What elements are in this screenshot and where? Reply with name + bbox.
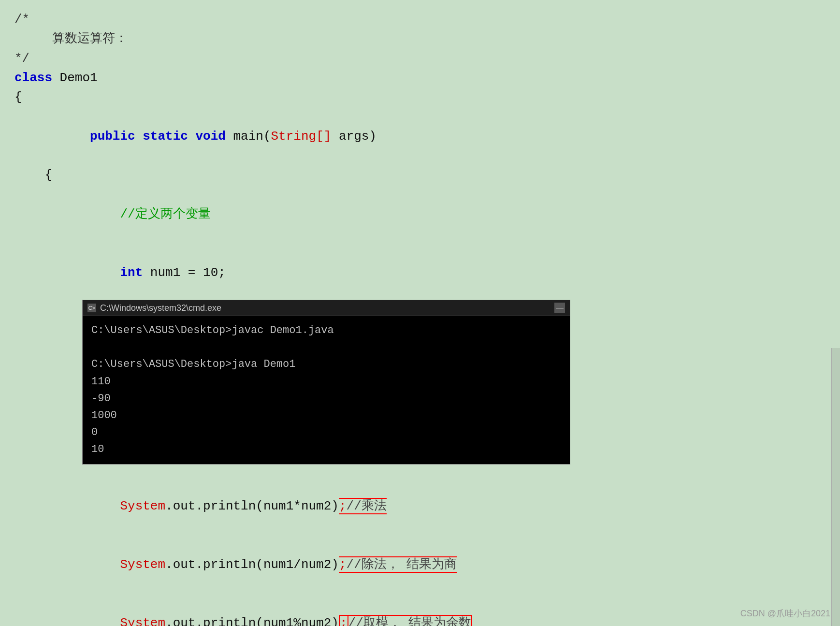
code-line-7: { bbox=[14, 165, 826, 185]
cmd-titlebar: C> C:\Windows\system32\cmd.exe — bbox=[83, 300, 570, 316]
watermark: CSDN @爪哇小白2021 bbox=[740, 608, 830, 619]
cmd-output-line-7: 0 bbox=[91, 424, 561, 441]
cmd-output-line-1: C:\Users\ASUS\Desktop>javac Demo1.java bbox=[91, 322, 561, 339]
code-line-1: /* bbox=[14, 10, 826, 29]
cmd-output-line-2 bbox=[91, 339, 561, 356]
cmd-minimize-button[interactable]: — bbox=[554, 303, 565, 313]
code-line-9: int num1 = 10; bbox=[14, 244, 826, 302]
cmd-window: C> C:\Windows\system32\cmd.exe — C:\User… bbox=[82, 300, 570, 465]
cmd-output-line-6: 1000 bbox=[91, 407, 561, 424]
cmd-title-text: C:\Windows\system32\cmd.exe bbox=[100, 303, 221, 313]
cmd-output-line-3: C:\Users\ASUS\Desktop>java Demo1 bbox=[91, 356, 561, 373]
code-line-2: 算数运算符： bbox=[14, 29, 826, 48]
code-area: /* 算数运算符： */ class Demo1 { public static… bbox=[0, 0, 840, 348]
cmd-body: C:\Users\ASUS\Desktop>javac Demo1.java C… bbox=[83, 316, 570, 464]
cmd-output-line-4: 110 bbox=[91, 373, 561, 390]
code-line-6: public static void main(String[] args) bbox=[14, 107, 826, 165]
code-line-3: */ bbox=[14, 49, 826, 68]
code-line-5: { bbox=[14, 87, 826, 107]
cmd-app-icon: C> bbox=[87, 304, 96, 312]
cmd-output-line-5: -90 bbox=[91, 390, 561, 407]
code-line-15: System.out.println(num1%num2);//取模， 结果为余… bbox=[14, 594, 826, 626]
main-container: /* 算数运算符： */ class Demo1 { public static… bbox=[0, 0, 840, 626]
code-line-4: class Demo1 bbox=[14, 68, 826, 87]
code-line-8: //定义两个变量 bbox=[14, 185, 826, 244]
code-line-13: System.out.println(num1*num2);//乘法 bbox=[14, 477, 826, 536]
code-line-14: System.out.println(num1/num2);//除法， 结果为商 bbox=[14, 536, 826, 594]
cmd-output-line-8: 10 bbox=[91, 441, 561, 458]
